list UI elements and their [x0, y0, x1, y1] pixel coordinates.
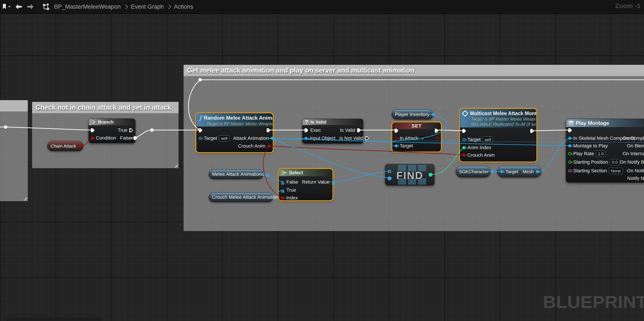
zoom-level-indicator: Zoom -1	[615, 2, 640, 9]
comment-title: Get melee attack animation and play on s…	[187, 66, 414, 74]
target-pin[interactable]	[462, 138, 466, 141]
bookmark-dropdown-icon	[8, 6, 11, 7]
node-crouch-melee-attack-animations-variable[interactable]: Crouch Melee Attack Animations	[209, 192, 273, 202]
pin-label: Is Valid	[340, 127, 355, 133]
node-header[interactable]: Play Montage	[566, 119, 644, 127]
variable-label: Player Inventory	[395, 112, 430, 117]
node-subtitle: RELIABLE Replicated To All (if server)	[471, 122, 536, 127]
node-header[interactable]: Branch	[89, 119, 135, 125]
pin-label: Anim Index	[468, 145, 491, 150]
in-attack-pin[interactable]	[395, 137, 398, 140]
branch-icon	[91, 120, 96, 124]
comment-header[interactable]: Check not in chain attack and set in att…	[32, 102, 178, 114]
pin-label: Crouch Anim	[238, 143, 265, 149]
pin-label: True	[286, 187, 296, 193]
exec-out-pin[interactable]	[435, 129, 438, 133]
select-icon	[282, 171, 287, 175]
comment-title: Check not in chain attack and set in att…	[36, 104, 171, 111]
comment-header[interactable]	[0, 100, 28, 112]
macro-icon	[569, 121, 574, 125]
function-icon: ƒ	[199, 115, 202, 121]
comment-resize-handle[interactable]	[173, 163, 178, 168]
pin-label: Return Value	[302, 179, 330, 185]
breadcrumb-root[interactable]: BP_MasterMeleeWeapon	[54, 3, 121, 10]
node-header[interactable]: ? Is Valid	[302, 119, 363, 125]
node-header[interactable]: Multicast Melee Attack Montage Target is…	[460, 109, 536, 127]
node-title: Branch	[98, 119, 114, 125]
node-player-inventory-variable[interactable]: Player Inventory	[392, 109, 433, 119]
node-random-melee-attack-animation[interactable]: ƒ Random Melee Attack Animation Target i…	[196, 113, 273, 152]
pin-label: Exec	[310, 127, 321, 133]
pin-label: Target	[506, 169, 518, 174]
target-self-value[interactable]: self	[219, 135, 229, 142]
comment-header[interactable]: Get melee attack animation and play on s…	[184, 65, 644, 76]
blueprint-editor: BP_MasterMeleeWeapon Event Graph Actions…	[0, 0, 644, 321]
index-pin[interactable]	[281, 196, 284, 199]
node-header[interactable]: ƒ Random Melee Attack Animation Target i…	[196, 114, 272, 127]
breadcrumb-event-graph[interactable]: Event Graph	[131, 3, 164, 10]
node-select[interactable]: Select False Return Value True Index	[279, 169, 332, 200]
node-play-montage[interactable]: Play Montage In Skeletal Mesh Component …	[566, 119, 644, 183]
pin-label: On Notify	[627, 168, 644, 174]
node-title: Random Melee Attack Animation	[204, 115, 272, 121]
pin-label: False	[286, 179, 298, 185]
target-in-pin[interactable]	[500, 170, 504, 173]
node-title: Is Valid	[310, 119, 326, 125]
blueprint-watermark: BLUEPRINT	[543, 292, 644, 312]
node-subtitle: Target is BP Master Melee Weapon	[206, 121, 272, 126]
variable-label: Melee Attack Animations	[212, 171, 264, 177]
target-array-pin[interactable]	[388, 170, 389, 171]
node-title: Select	[289, 170, 303, 176]
node-multicast-melee-attack-montage[interactable]: Multicast Melee Attack Montage Target is…	[460, 109, 536, 161]
pin-label: On Blend	[627, 143, 644, 149]
node-title: Play Montage	[576, 120, 609, 126]
node-branch[interactable]: Branch True Condition False	[88, 119, 136, 143]
graph-icon	[40, 2, 52, 11]
comment-box-partial-left[interactable]	[0, 100, 28, 201]
pin-label: True	[118, 127, 127, 133]
breadcrumb-separator-icon	[124, 4, 128, 9]
pin-label: Crouch Anim	[468, 152, 495, 158]
node-subtitle: Target is BP Master Melee Weapon	[471, 116, 536, 122]
pin-label: On Comple	[623, 135, 644, 141]
pin-label: Condition	[96, 135, 116, 141]
pin-label: Notify Na	[627, 176, 644, 181]
pin-label: On Notify Be	[620, 159, 644, 165]
pin-label: Attack Animation	[233, 135, 269, 141]
bookmark-icon[interactable]	[0, 2, 13, 11]
node-melee-attack-animations-variable[interactable]: Melee Attack Animations	[209, 170, 264, 179]
node-title: Multicast Melee Attack Montage	[470, 111, 536, 116]
array-out-pin[interactable]	[266, 174, 267, 175]
node-array-find[interactable]: FIND	[385, 164, 434, 185]
graph-toolbar: BP_MasterMeleeWeapon Event Graph Actions	[0, 0, 644, 14]
index-out-pin[interactable]	[428, 173, 432, 177]
pin-label: Mesh	[522, 169, 534, 174]
pin-label: False	[120, 135, 132, 141]
comment-resize-handle[interactable]	[22, 196, 27, 201]
pin-label: On Interrup	[623, 151, 644, 156]
breadcrumb-separator-icon	[167, 4, 171, 9]
forward-button[interactable]	[24, 2, 36, 11]
variable-label: Chain Attack	[50, 143, 76, 149]
node-get-mesh[interactable]: Target Mesh	[497, 166, 541, 177]
in-attack-out-pin[interactable]	[436, 137, 438, 140]
toolbar-divider	[38, 2, 38, 11]
back-button[interactable]	[13, 2, 24, 11]
target-pin[interactable]	[199, 137, 202, 140]
pin-label: Target	[204, 135, 217, 141]
pin-label: Target	[400, 143, 413, 149]
node-header[interactable]: Select	[279, 169, 332, 176]
item-to-find-pin[interactable]	[388, 176, 392, 180]
question-icon: ?	[305, 119, 308, 125]
exec-true-pin[interactable]	[129, 128, 133, 132]
pin-label: Index	[286, 195, 298, 201]
node-set-in-attack[interactable]: SET In Attack Target	[392, 122, 441, 151]
find-results-panel[interactable]: Find Results	[6, 318, 102, 321]
event-diamond-icon	[462, 110, 468, 117]
exec-in-pin[interactable]	[395, 129, 398, 133]
node-title: FIND	[385, 170, 434, 181]
breadcrumb-actions[interactable]: Actions	[174, 3, 193, 10]
node-chain-attack-variable[interactable]: Chain Attack	[47, 141, 83, 151]
variable-label: SGKCharacter	[459, 169, 489, 174]
